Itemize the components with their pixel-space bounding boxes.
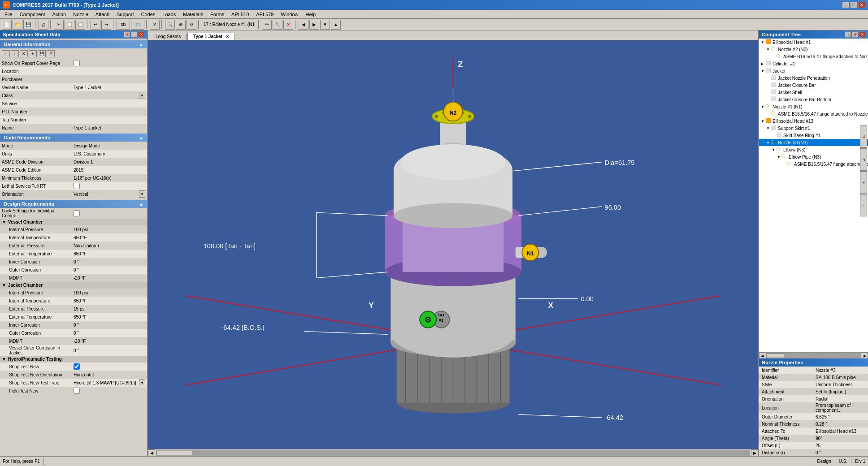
3d-color-button[interactable]: 3D	[131, 20, 144, 30]
tree-expand-cyl1[interactable]: ▶	[761, 62, 765, 66]
cross-button[interactable]: ✕	[283, 20, 293, 30]
save-button[interactable]: 💾	[23, 20, 33, 30]
copy-button[interactable]: 📋	[65, 20, 74, 30]
tree-item-jacket-nozzle-pen[interactable]: ⬜ Jacket Nozzle Penetration	[759, 74, 868, 82]
cut-button[interactable]: ✂	[54, 20, 64, 30]
tree-expand-elbow-n3[interactable]: ▼	[772, 148, 776, 152]
h-scrollbar[interactable]: ◀ ▶	[148, 449, 758, 456]
code-reqs-collapse[interactable]: ▲	[139, 135, 143, 140]
tab-long-seams[interactable]: Long Seams	[150, 33, 187, 40]
tree-item-flange-n1[interactable]: ⬡ ASME B16.5/16.47 flange attached to No…	[759, 110, 868, 117]
vessel-chamber-toggle[interactable]: ▼	[2, 220, 6, 224]
lock-settings-checkbox[interactable]	[74, 210, 80, 216]
tree-item-flange-n3[interactable]: ⬡ ASME B16.5/16.47 flange attached to	[759, 160, 868, 168]
tree-item-ellipsoidal-head-13[interactable]: ▼ 🟧 Ellipsoidal Head #13	[759, 117, 868, 125]
tree-expand-ep-n3[interactable]: ▼	[777, 155, 781, 159]
zoom-button[interactable]: 🔍	[165, 20, 175, 30]
form-help-button[interactable]: ?	[47, 50, 55, 57]
menu-item-nozzle[interactable]: Nozzle	[69, 11, 92, 18]
tree-expand-ss1[interactable]: ▼	[766, 126, 771, 130]
menu-item-window[interactable]: Window	[277, 11, 302, 18]
tree-item-jacket-closure-bar[interactable]: ⬜ Jacket Closure Bar	[759, 82, 868, 89]
undo-button[interactable]: ↩	[91, 20, 100, 30]
panel-close-button[interactable]: ✕	[138, 31, 144, 38]
arrow-up-button[interactable]: ▲	[331, 20, 341, 30]
menu-item-codes[interactable]: Codes	[138, 11, 159, 18]
restore-button[interactable]: □	[850, 2, 857, 8]
shop-test-new-checkbox[interactable]	[74, 363, 80, 370]
tree-expand-icon[interactable]: ▼	[761, 40, 765, 44]
tree-scroll-left[interactable]: ◀	[759, 353, 765, 359]
general-info-collapse[interactable]: ▲	[139, 42, 143, 47]
form-add-button[interactable]: +	[29, 50, 37, 57]
tree-item-nozzle-1[interactable]: ▼ ⬡ Nozzle #1 (N1)	[759, 103, 868, 110]
menu-item-api-510[interactable]: API 510	[228, 11, 252, 18]
arrow-right-button[interactable]: ▶	[309, 20, 319, 30]
rotate-ccw-button[interactable]: ↶	[860, 148, 867, 171]
menu-item-attach[interactable]: Attach	[92, 11, 113, 18]
orientation-dropdown[interactable]: ▼	[139, 190, 145, 198]
menu-item-materials[interactable]: Materials	[179, 11, 207, 18]
menu-item-support[interactable]: Support	[113, 11, 138, 18]
zoom-in-button[interactable]: +	[860, 171, 867, 194]
class-dropdown[interactable]: ▼	[139, 92, 145, 99]
tree-expand-n3[interactable]: ▼	[766, 141, 771, 145]
design-reqs-collapse[interactable]: ▲	[139, 202, 143, 207]
menu-item-component[interactable]: Component	[16, 11, 49, 18]
shop-test-type-dropdown[interactable]: ▼	[139, 379, 145, 386]
scroll-left-button[interactable]: ◀	[148, 449, 155, 457]
print-button[interactable]: 🖨	[39, 20, 48, 30]
wrench-button[interactable]: 🔧	[273, 20, 282, 30]
menu-item-file[interactable]: File	[1, 11, 16, 18]
tree-item-jacket-closure-bar-bottom[interactable]: ⬜ Jacket Closure Bar Bottom	[759, 96, 868, 103]
jacket-chamber-toggle[interactable]: ▼	[2, 283, 6, 288]
tree-item-flange-n2[interactable]: ⬡ ASME B16.5/16.47 flange attached to No…	[759, 53, 868, 60]
pencil-button[interactable]: ✏	[262, 20, 272, 30]
menu-item-api-579[interactable]: API 579	[252, 11, 277, 18]
tree-expand-eh13[interactable]: ▼	[761, 119, 765, 123]
tree-item-skirt-base-ring-1[interactable]: ⬜ Skirt Base Ring #1	[759, 132, 868, 139]
delete-button[interactable]: ✕	[150, 20, 160, 30]
tab-close-icon[interactable]: ✕	[226, 35, 229, 39]
rotate-cw-button[interactable]: ↷	[860, 125, 867, 148]
menu-item-forms[interactable]: Forms	[207, 11, 228, 18]
menu-item-help[interactable]: Help	[302, 11, 320, 18]
tree-item-elbow-n3[interactable]: ▼ ⬡ Elbow (N3)	[759, 146, 868, 153]
3d-view-button[interactable]: 3D	[117, 20, 130, 30]
tree-item-nozzle-3[interactable]: ▼ ⬡ Nozzle #3 (N3)	[759, 139, 868, 146]
arrow-left-button[interactable]: ◀	[299, 20, 308, 30]
new-button[interactable]: 📄	[2, 20, 12, 30]
panel-minimize-button[interactable]: ─	[131, 31, 137, 38]
close-button[interactable]: ✕	[858, 2, 865, 8]
form-down-button[interactable]: ↓	[11, 50, 19, 57]
tree-item-elbow-pipe-n3[interactable]: ▼ ⬡ Elbow Pipe (N3)	[759, 153, 868, 160]
zoom-out-button[interactable]: -	[860, 194, 867, 216]
tree-item-cylinder-1[interactable]: ▶ ⬜ Cylinder #1	[759, 60, 868, 67]
comp-tree-search-button[interactable]: 🔍	[845, 31, 851, 38]
tree-item-jacket-shell[interactable]: ⬜ Jacket Shell	[759, 89, 868, 96]
tree-item-ellipsoidal-head-1[interactable]: ▼ 🟧 Ellipsoidal Head #1	[759, 39, 868, 46]
tree-expand-icon-n2[interactable]: ▼	[766, 47, 771, 52]
comp-tree-close-button[interactable]: ✕	[859, 31, 865, 38]
tree-scroll-right[interactable]: ▶	[862, 353, 868, 359]
menu-item-loads[interactable]: Loads	[159, 11, 179, 18]
viewport[interactable]: Z	[148, 40, 758, 456]
menu-item-action[interactable]: Action	[49, 11, 70, 18]
lethal-checkbox[interactable]	[74, 183, 80, 189]
tab-type1-jacket[interactable]: Type 1 Jacket ✕	[187, 33, 235, 40]
comp-tree-pin-button[interactable]: 📌	[852, 31, 858, 38]
tree-item-support-skirt-1[interactable]: ▼ ⬜ Support Skirt #1	[759, 125, 868, 132]
paste-button[interactable]: 📋	[75, 20, 85, 30]
rotate-button[interactable]: ↺	[187, 20, 196, 30]
tree-expand-jacket[interactable]: ▼	[761, 69, 765, 73]
scroll-right-button[interactable]: ▶	[751, 449, 758, 457]
minimize-button[interactable]: ─	[842, 2, 849, 8]
form-up-button[interactable]: ↑	[2, 50, 10, 57]
arrow-down-button[interactable]: ▼	[320, 20, 330, 30]
panel-pin-button[interactable]: 📌	[124, 31, 130, 38]
form-save-button[interactable]: 💾	[38, 50, 46, 57]
tree-item-nozzle-2[interactable]: ▼ ⬡ Nozzle #2 (N2)	[759, 46, 868, 53]
tree-hscrollbar[interactable]: ◀ ▶	[759, 352, 868, 358]
show-on-report-checkbox[interactable]	[74, 60, 80, 66]
redo-button[interactable]: ↪	[101, 20, 111, 30]
